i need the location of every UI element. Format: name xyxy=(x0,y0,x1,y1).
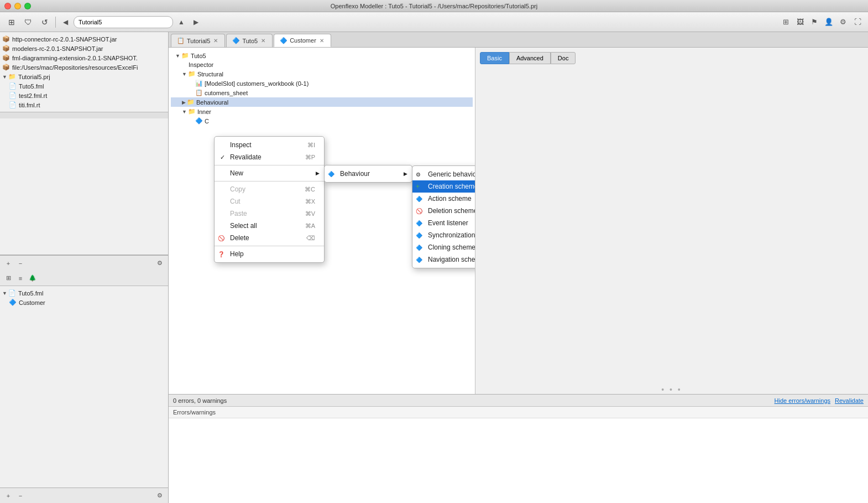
lower-settings-icon[interactable]: ⚙ xyxy=(155,491,165,501)
menu-generic-behaviour[interactable]: ⚙ Generic behaviour xyxy=(412,168,475,180)
sheet-ico: 📋 xyxy=(195,89,203,96)
ct-c-class[interactable]: 🔷 C xyxy=(171,116,473,126)
menu-behaviour-item[interactable]: 🔷 Behaviour ⚙ Generic behaviour xyxy=(325,168,412,180)
toolbar: ⊞ 🛡 ↺ ◀ ▲ ▶ ⊞ 🖼 ⚑ 👤 ⚙ ⛶ xyxy=(0,12,868,32)
ct-inspector[interactable]: Inspector xyxy=(171,60,473,69)
menu-new[interactable]: New 🔷 Behaviour ⚙ xyxy=(215,167,324,179)
tree-item-fml-diagramming[interactable]: 📦 fml-diagramming-extension-2.0.1-SNAPSH… xyxy=(0,53,168,63)
folder-icon: 📁 xyxy=(8,73,16,80)
behaviour-submenu: ⚙ Generic behaviour + Creation scheme xyxy=(412,165,475,268)
ct-model-slot[interactable]: 📊 [ModelSlot] customers_workbook (0-1) xyxy=(171,79,473,88)
search-input[interactable] xyxy=(79,19,167,25)
nav-forward-icon[interactable]: ▶ xyxy=(190,16,202,28)
project-tree: 📦 http-connector-rc-2.0.1-SNAPSHOT.jar 📦… xyxy=(0,32,168,112)
errors-header: Errors/warnings xyxy=(169,407,868,418)
customer-class-icon: 🔷 xyxy=(9,299,17,306)
lower-tree-tuto5[interactable]: ▼ 📄 Tuto5.fml xyxy=(0,288,168,298)
maximize-button[interactable] xyxy=(24,3,31,9)
lower-remove-button[interactable]: − xyxy=(15,491,25,501)
revalidate-link[interactable]: Revalidate xyxy=(835,397,864,404)
menu-navigation-scheme[interactable]: 🔷 Navigation scheme xyxy=(412,253,475,266)
sync-ico: 🔷 xyxy=(416,232,422,238)
drag-handle[interactable]: • • • xyxy=(475,385,868,394)
context-menu: Inspect ⌘I Revalidate ⌘P New xyxy=(214,136,325,263)
menu-cloning-scheme[interactable]: 🔷 Cloning scheme xyxy=(412,241,475,253)
nav-back-icon[interactable]: ◀ xyxy=(59,16,71,28)
ct-tuto5[interactable]: ▼ 📁 Tuto5 xyxy=(171,51,473,60)
nav-up-icon[interactable]: ▲ xyxy=(175,16,187,28)
toolbar-grid-icon[interactable]: ⊞ xyxy=(780,16,792,28)
toolbar-settings-icon[interactable]: ⚙ xyxy=(837,16,849,28)
inspect-label: Inspect xyxy=(230,141,252,149)
toolbar-flag-icon[interactable]: ⚑ xyxy=(808,16,820,28)
minimize-button[interactable] xyxy=(14,3,21,9)
ct-structural[interactable]: ▼ 📁 Structural xyxy=(171,69,473,79)
menu-sync-scheme[interactable]: 🔷 Synchronization scheme xyxy=(412,229,475,241)
tab-tuto5[interactable]: 🔷 Tuto5 ✕ xyxy=(226,34,273,47)
add-button[interactable]: + xyxy=(3,258,13,268)
jar-icon-2: 📦 xyxy=(2,45,10,52)
lower-tree-customer[interactable]: 🔷 Customer xyxy=(0,298,168,307)
menu-sep-1 xyxy=(215,165,324,165)
toolbar-home-icon[interactable]: ⊞ xyxy=(4,15,19,29)
expand-triangle: ▼ xyxy=(2,74,7,80)
menu-help[interactable]: ❓ Help xyxy=(215,248,324,260)
new-submenu: 🔷 Behaviour ⚙ Generic behaviour xyxy=(324,165,412,183)
tab-customer-close[interactable]: ✕ xyxy=(318,37,325,44)
prop-tab-basic[interactable]: Basic xyxy=(480,52,509,64)
tab-tutorial5-close[interactable]: ✕ xyxy=(212,38,219,44)
menu-cut[interactable]: Cut ⌘X xyxy=(215,195,324,208)
menu-copy[interactable]: Copy ⌘C xyxy=(215,183,324,195)
folder-ico: 📁 xyxy=(181,52,189,59)
close-button[interactable] xyxy=(4,3,11,9)
toolbar-expand-icon[interactable]: ⛶ xyxy=(851,16,864,28)
hide-errors-link[interactable]: Hide errors/warnings xyxy=(775,397,830,404)
ct-behavioural[interactable]: ▶ 📁 Behavioural xyxy=(171,97,473,107)
new-label: New xyxy=(230,169,243,177)
horizontal-scrollbar[interactable] xyxy=(0,112,168,118)
lower-grid-icon[interactable]: ⊞ xyxy=(3,273,13,283)
tab-tuto5-close[interactable]: ✕ xyxy=(260,38,266,44)
menu-event-listener[interactable]: 🔷 Event listener xyxy=(412,217,475,229)
tree-item-modelers[interactable]: 📦 modelers-rc-2.0.1-SNAPSHOT.jar xyxy=(0,44,168,53)
tree-item-tuto5-fml[interactable]: 📄 Tuto5.fml xyxy=(0,81,168,91)
tree-item-titi-fml[interactable]: 📄 titi.fml.rt xyxy=(0,100,168,110)
tab-tutorial5[interactable]: 📋 Tutorial5 ✕ xyxy=(171,34,225,47)
fml-rt-icon-2: 📄 xyxy=(9,101,17,108)
prop-tab-doc[interactable]: Doc xyxy=(551,52,576,64)
behaviour-label: Behaviour xyxy=(340,170,370,178)
menu-deletion-scheme[interactable]: 🚫 Deletion scheme xyxy=(412,205,475,217)
toolbar-refresh-icon[interactable]: ↺ xyxy=(38,15,52,29)
toolbar-shield-icon[interactable]: 🛡 xyxy=(21,15,35,29)
tree-item-file-resources[interactable]: 📦 file:/Users/mac/Repositories/resources… xyxy=(0,63,168,72)
lower-tree-icon[interactable]: 🌲 xyxy=(28,273,38,283)
remove-button[interactable]: − xyxy=(15,258,25,268)
lower-add-button[interactable]: + xyxy=(3,491,13,501)
settings-icon[interactable]: ⚙ xyxy=(155,258,165,268)
menu-revalidate[interactable]: Revalidate ⌘P xyxy=(215,151,324,163)
tree-item-http-connector[interactable]: 📦 http-connector-rc-2.0.1-SNAPSHOT.jar xyxy=(0,34,168,44)
tree-item-tutorial5-prj[interactable]: ▼ 📁 Tutorial5.prj xyxy=(0,72,168,81)
menu-delete[interactable]: 🚫 Delete ⌫ xyxy=(215,232,324,244)
help-label: Help xyxy=(230,250,244,258)
ct-customers-sheet[interactable]: 📋 cutomers_sheet xyxy=(171,88,473,97)
menu-select-all[interactable]: Select all ⌘A xyxy=(215,220,324,232)
tab-customer[interactable]: 🔷 Customer ✕ xyxy=(274,34,331,47)
ct-inner[interactable]: ▼ 📁 Inner xyxy=(171,107,473,116)
search-box xyxy=(74,16,173,28)
tree-item-test2-fml[interactable]: 📄 test2.fml.rt xyxy=(0,91,168,100)
tri-behavioural: ▶ xyxy=(182,100,186,105)
menu-creation-scheme[interactable]: + Creation scheme xyxy=(412,180,475,193)
toolbar-person-icon[interactable]: 👤 xyxy=(823,16,835,28)
prop-tab-advanced[interactable]: Advanced xyxy=(509,52,551,64)
left-panel: 📦 http-connector-rc-2.0.1-SNAPSHOT.jar 📦… xyxy=(0,32,169,503)
lower-list-icon[interactable]: ≡ xyxy=(15,273,25,283)
menu-paste[interactable]: Paste ⌘V xyxy=(215,208,324,220)
menu-action-scheme[interactable]: 🔷 Action scheme xyxy=(412,193,475,205)
revalidate-label: Revalidate xyxy=(230,153,262,161)
content-tree-panel: ▼ 📁 Tuto5 Inspector ▼ 📁 Structural 📊 xyxy=(169,48,475,394)
left-panel-bottom-toolbar: + − ⚙ xyxy=(0,255,168,271)
menu-inspect[interactable]: Inspect ⌘I xyxy=(215,139,324,151)
toolbar-image-icon[interactable]: 🖼 xyxy=(794,16,806,28)
expand-tri-tuto5: ▼ xyxy=(2,291,7,296)
